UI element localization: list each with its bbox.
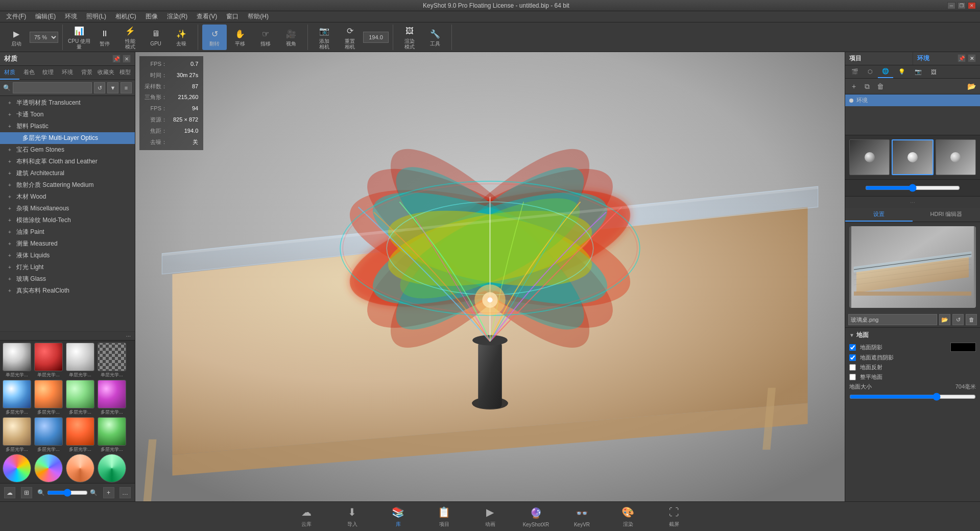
tree-item-translucent[interactable]: + 半透明材质 Translucent	[0, 97, 135, 109]
ground-occlusion-checkbox[interactable]	[849, 354, 856, 361]
restore-button[interactable]: ❐	[958, 2, 966, 9]
right-tab-camera[interactable]: 📷	[911, 66, 926, 78]
nav-keyshot-xr[interactable]: 🔮 KeyShotXR	[521, 506, 552, 527]
tree-item-liquids[interactable]: + 液体 Liquids	[0, 250, 135, 261]
tree-item-multilayer[interactable]: 多层光学 Multi-Layer Optics	[0, 132, 135, 144]
close-button[interactable]: ✕	[968, 2, 976, 9]
tab-texture[interactable]: 纹理	[38, 66, 58, 80]
menu-file[interactable]: 文件(F)	[2, 11, 30, 22]
tab-environment[interactable]: 环境	[58, 66, 77, 80]
thumb-single-optics-4[interactable]: 单层光学...	[97, 343, 127, 378]
start-button[interactable]: ▶ 启动	[4, 25, 29, 50]
menu-camera[interactable]: 相机(C)	[111, 11, 140, 22]
pan-button[interactable]: ✋ 平移	[228, 25, 252, 50]
env-list-item-1[interactable]: 环境	[845, 94, 980, 106]
env-load-button[interactable]: 📂	[966, 81, 977, 92]
camera-view-button[interactable]: 🎥 视角	[279, 25, 303, 50]
panel-close-button[interactable]: ✕	[123, 55, 131, 63]
right-tab-environment[interactable]: 🌐	[878, 65, 893, 78]
thumbnail-size-slider[interactable]	[47, 489, 88, 497]
cpu-button[interactable]: 📊 CPU 使用量	[67, 25, 91, 50]
performance-mode-button[interactable]: ⚡ 性能模式	[118, 25, 142, 50]
file-open-button[interactable]: 📂	[939, 314, 950, 325]
grid-button[interactable]: ⊞	[21, 487, 32, 498]
menu-window[interactable]: 窗口	[222, 11, 243, 22]
file-delete-button[interactable]: 🗑	[966, 314, 977, 325]
gpu-button[interactable]: 🖥 GPU	[144, 25, 168, 50]
thumb-multi-optics-3[interactable]: 多层光学...	[65, 380, 95, 415]
window-controls[interactable]: ─ ❐ ✕	[947, 2, 976, 9]
thumb-multi-optics-2[interactable]: 多层光学...	[34, 380, 63, 415]
tree-item-cloth[interactable]: + 布料和皮革 Cloth and Leather	[0, 156, 135, 167]
hdri-editor-tab[interactable]: HDRI 编辑器	[913, 208, 980, 222]
tree-item-paint[interactable]: + 油漆 Paint	[0, 226, 135, 238]
render-mode-button[interactable]: 🖼 渲染模式	[397, 25, 422, 50]
tree-item-moldtech[interactable]: + 模德涂纹 Mold-Tech	[0, 214, 135, 226]
panel-pin-button[interactable]: 📌	[112, 55, 121, 63]
nav-screenshot[interactable]: ⛶ 截屏	[659, 505, 689, 528]
settings-tab[interactable]: 设置	[845, 208, 913, 222]
zoom-select[interactable]: 75 %	[30, 32, 58, 43]
filter-button[interactable]: ▼	[107, 82, 118, 93]
right-tab-material[interactable]: ⬡	[864, 66, 877, 78]
env-more-button[interactable]: ···	[845, 197, 980, 208]
file-refresh-button[interactable]: ↺	[952, 314, 964, 325]
thumb-multi-optics-8[interactable]: 多层光学...	[97, 417, 127, 452]
denoise-button[interactable]: ✨ 去噪	[169, 25, 194, 50]
tree-item-toon[interactable]: + 卡通 Toon	[0, 109, 135, 120]
add-camera-button[interactable]: 📷 添加相机	[312, 25, 337, 50]
library-icon-button[interactable]: ☁	[4, 487, 15, 498]
tools-button[interactable]: 🔧 工具	[423, 25, 447, 50]
ground-shadow-color-swatch[interactable]	[950, 343, 976, 352]
hdri-thumb-3[interactable]	[936, 139, 976, 175]
hdri-thumb-2[interactable]	[892, 139, 933, 175]
focal-length-input[interactable]	[363, 32, 389, 43]
add-material-button[interactable]: +	[103, 487, 114, 498]
tree-item-misc[interactable]: + 杂项 Miscellaneous	[0, 203, 135, 214]
thumb-irid-4[interactable]: 多层光学...	[97, 454, 127, 483]
thumb-irid-3[interactable]: 多层光学...	[65, 454, 95, 483]
thumb-multi-optics-6[interactable]: 多层光学...	[34, 417, 63, 452]
thumb-multi-optics-5[interactable]: 多层光学...	[2, 417, 32, 452]
tab-material[interactable]: 材质	[0, 66, 19, 80]
menu-lighting[interactable]: 照明(L)	[82, 11, 110, 22]
menu-env[interactable]: 环境	[61, 11, 81, 22]
flip-button[interactable]: ↺ 翻转	[202, 25, 227, 50]
thumb-multi-optics-1[interactable]: 多层光学...	[2, 380, 32, 415]
right-panel-pin[interactable]: 📌	[958, 54, 966, 62]
nav-library[interactable]: 📚 库	[383, 505, 414, 528]
search-input[interactable]	[13, 82, 92, 93]
flatten-ground-checkbox[interactable]	[849, 374, 856, 380]
nav-animation[interactable]: ▶ 动画	[475, 505, 506, 528]
thumb-multi-optics-4[interactable]: 多层光学...	[97, 380, 127, 415]
tree-item-measured[interactable]: + 测量 Measured	[0, 238, 135, 250]
tree-item-light[interactable]: + 灯光 Light	[0, 261, 135, 273]
thumb-irid-2[interactable]: 多层光学...	[34, 454, 63, 483]
menu-view[interactable]: 查看(V)	[193, 11, 221, 22]
tab-shading[interactable]: 着色	[19, 66, 39, 80]
viewport[interactable]: FPS： 0.7 时间： 30m 27s 采样数： 87 三角形： 215,26…	[135, 52, 845, 501]
thumb-single-optics-2[interactable]: 单层光学...	[34, 343, 63, 378]
right-tab-scene[interactable]: 🎬	[847, 66, 863, 78]
menu-help[interactable]: 帮助(H)	[244, 11, 273, 22]
nav-import[interactable]: ⬇ 导入	[337, 505, 368, 528]
thumb-single-optics-1[interactable]: 单层光学...	[2, 343, 32, 378]
right-panel-close[interactable]: ✕	[968, 54, 976, 62]
hdri-thumb-1[interactable]	[849, 139, 890, 175]
tree-item-wood[interactable]: + 木材 Wood	[0, 191, 135, 203]
more-options-button[interactable]: …	[119, 487, 131, 498]
tree-item-glass[interactable]: + 玻璃 Glass	[0, 273, 135, 285]
tab-model[interactable]: 模型	[115, 66, 135, 80]
tree-item-scattering[interactable]: + 散射介质 Scattering Medium	[0, 179, 135, 191]
thumb-multi-optics-7[interactable]: 多层光学...	[65, 417, 95, 452]
right-tab-lighting[interactable]: 💡	[894, 66, 910, 78]
refresh-button[interactable]: ↺	[94, 82, 105, 93]
nav-keyvr[interactable]: 👓 KeyVR	[567, 506, 597, 527]
hdri-file-input[interactable]	[848, 314, 937, 325]
ground-reflection-checkbox[interactable]	[849, 364, 856, 371]
env-add-button[interactable]: +	[848, 81, 859, 92]
ground-shadow-checkbox[interactable]	[849, 344, 856, 351]
thumb-irid-1[interactable]: 多层光学...	[2, 454, 32, 483]
tab-favorites[interactable]: 收藏夹	[97, 66, 116, 80]
menu-render[interactable]: 渲染(R)	[163, 11, 192, 22]
